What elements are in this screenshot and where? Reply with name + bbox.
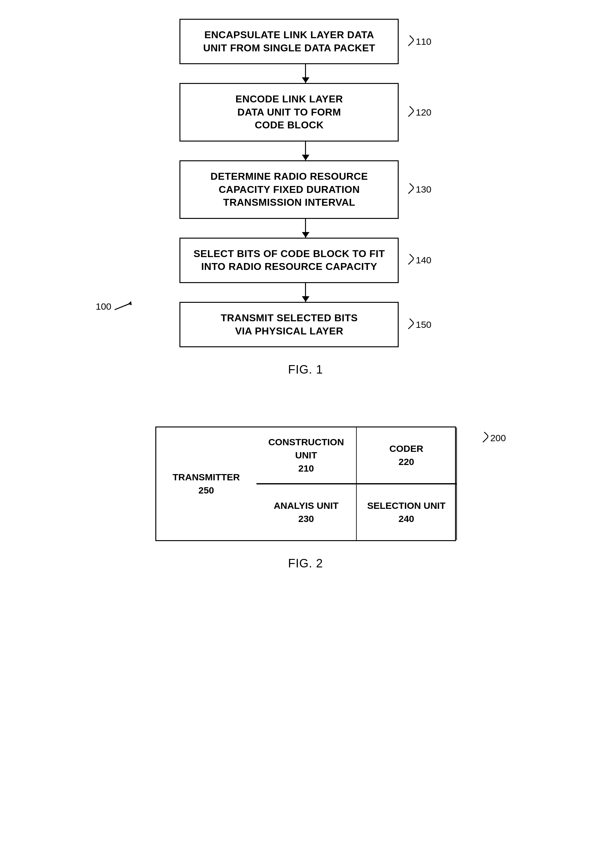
step-130-box: DETERMINE RADIO RESOURCECAPACITY FIXED D… (180, 160, 399, 219)
svg-marker-1 (128, 301, 133, 305)
step-140-box: SELECT BITS OF CODE BLOCK TO FITINTO RAD… (180, 238, 399, 283)
arrow-110-120 (305, 64, 306, 83)
ref-120: 120 (405, 107, 431, 118)
ref-150: 150 (405, 319, 431, 330)
ref-130: 130 (405, 184, 431, 195)
ref-110: 110 (405, 36, 431, 47)
device-grid: CONSTRUCTION UNIT210 CODER220 TRANSMITTE… (155, 426, 456, 541)
fig2-caption: FIG. 2 (288, 557, 323, 570)
page-container: ENCAPSULATE LINK LAYER DATAUNIT FROM SIN… (0, 0, 611, 868)
flowchart: ENCAPSULATE LINK LAYER DATAUNIT FROM SIN… (165, 19, 447, 347)
ref-100-label: 100 (96, 300, 136, 313)
ref-100-arrow (115, 300, 136, 313)
ref-140: 140 (405, 255, 431, 265)
step-120-box: ENCODE LINK LAYERDATA UNIT TO FORMCODE B… (180, 83, 399, 141)
arrow-140-150 (305, 283, 306, 302)
fig1-caption: FIG. 1 (288, 363, 323, 377)
arrow-120-130 (305, 141, 306, 160)
flow-row-140: SELECT BITS OF CODE BLOCK TO FITINTO RAD… (180, 238, 431, 302)
svg-line-0 (115, 304, 130, 310)
selection-unit-cell: SELECTION UNIT240 (357, 484, 457, 540)
arrow-130-140 (305, 219, 306, 238)
step-110-box: ENCAPSULATE LINK LAYER DATAUNIT FROM SIN… (180, 19, 399, 64)
step-150-box: TRANSMIT SELECTED BITSVIA PHYSICAL LAYER (180, 302, 399, 347)
fig1-section: ENCAPSULATE LINK LAYER DATAUNIT FROM SIN… (0, 19, 611, 377)
flow-row-130: DETERMINE RADIO RESOURCECAPACITY FIXED D… (180, 160, 431, 238)
flow-row-150: TRANSMIT SELECTED BITSVIA PHYSICAL LAYER… (180, 302, 431, 347)
flow-row-110: ENCAPSULATE LINK LAYER DATAUNIT FROM SIN… (180, 19, 431, 83)
construction-unit-cell: CONSTRUCTION UNIT210 (256, 428, 357, 484)
coder-cell: CODER220 (357, 428, 457, 484)
ref-200-label: 200 (479, 433, 506, 443)
analysis-unit-cell: ANALYIS UNIT230 (256, 484, 357, 540)
fig2-section: CONSTRUCTION UNIT210 CODER220 TRANSMITTE… (0, 426, 611, 570)
transmitter-cell: TRANSMITTER250 (156, 428, 256, 540)
flow-row-120: ENCODE LINK LAYERDATA UNIT TO FORMCODE B… (180, 83, 431, 160)
